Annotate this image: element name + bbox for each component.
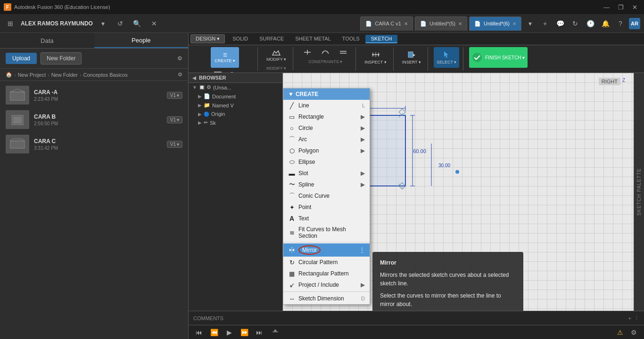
rect-tool-btn[interactable] — [211, 70, 224, 73]
history-icon[interactable]: 🕐 — [584, 17, 597, 30]
tab-close-1[interactable]: ✕ — [458, 21, 462, 26]
file-item-1[interactable]: CARA B 2:56:50 PM V1 ▾ — [0, 107, 188, 132]
design-mode-button[interactable]: DESIGN ▾ — [190, 34, 225, 43]
tab-label: Untitled*(5) — [429, 21, 455, 26]
inspect-button[interactable]: INSPECT ▾ — [362, 47, 389, 68]
constraints-group: CONSTRAINTS ▾ — [295, 47, 356, 71]
breadcrumb-current[interactable]: Conceptos Basicos — [83, 72, 128, 78]
tab-close-2[interactable]: ✕ — [512, 21, 516, 26]
comments-drag-icon[interactable]: ⋮ — [634, 315, 639, 321]
tab-untitled-6[interactable]: 📄 Untitled*(6) ✕ — [469, 16, 521, 31]
browser-row-3[interactable]: ▶ 🔵 Origin — [189, 110, 282, 118]
user-avatar[interactable]: AR — [629, 18, 640, 29]
menu-item-line[interactable]: ╱ Line L — [283, 100, 370, 111]
minimize-button[interactable]: — — [601, 3, 612, 12]
breadcrumb-folder[interactable]: New Folder — [51, 72, 78, 78]
spline-tool-btn[interactable] — [239, 70, 254, 73]
browser-collapse-btn[interactable]: ◀ — [192, 75, 196, 81]
browser-row-4[interactable]: ▶ ✏ Sk — [189, 118, 282, 127]
ribbon-tab-sheet-metal[interactable]: SHEET METAL — [289, 35, 336, 43]
menu-item-spline[interactable]: 〜 Spline ▶ — [283, 179, 370, 190]
tab-untitled-5[interactable]: 📄 Untitled*(5) ✕ — [415, 16, 467, 31]
axis-indicator: Z — [622, 78, 625, 83]
menu-item-fit-curves[interactable]: ≋ Fit Curves to Mesh Section — [283, 224, 370, 241]
ribbon-tab-tools[interactable]: TOOLS — [337, 35, 365, 43]
ribbon-tab-surface[interactable]: SURFACE — [254, 35, 289, 43]
bell-icon[interactable]: 🔔 — [599, 17, 612, 30]
comments-add-icon[interactable]: + — [628, 315, 631, 321]
close-panel-icon[interactable]: ✕ — [148, 17, 161, 30]
select-button[interactable]: SELECT ▾ — [434, 47, 459, 68]
sketch-dim-shortcut: D — [361, 296, 365, 301]
equal-btn[interactable] — [335, 47, 352, 57]
menu-item-polygon[interactable]: ⬡ Polygon ▶ — [283, 145, 370, 156]
timeline-next-btn[interactable]: ⏩ — [238, 326, 251, 339]
browser-row-0[interactable]: ▼ 🔲 ⚙ (Unsa... — [189, 83, 282, 92]
menu-item-slot[interactable]: ▬ Slot ▶ — [283, 168, 370, 179]
menu-item-sketch-dimension[interactable]: ↔ Sketch Dimension D — [283, 293, 370, 304]
timeline-prev-btn[interactable]: ⏪ — [207, 326, 221, 339]
svg-text:60.00: 60.00 — [413, 148, 426, 154]
menu-item-point[interactable]: ✦ Point — [283, 202, 370, 213]
titlebar-controls: — ❐ ✕ — [601, 3, 640, 12]
ribbon-tab-solid[interactable]: SOLID — [227, 35, 254, 43]
tab-close-0[interactable]: ✕ — [404, 21, 408, 26]
menu-item-rectangle[interactable]: ▭ Rectangle ▶ — [283, 111, 370, 122]
refresh-icon[interactable]: ↺ — [114, 17, 127, 30]
menu-item-rectangular-pattern[interactable]: ▦ Rectangular Pattern — [283, 268, 370, 279]
close-button[interactable]: ✕ — [629, 3, 640, 12]
create-row: ☰ CREATE ▾ — [211, 47, 239, 68]
menu-item-mirror[interactable]: Mirror ⋮ — [283, 243, 370, 257]
breadcrumb-settings-icon[interactable]: ⚙ — [178, 72, 182, 78]
grid-icon[interactable]: ⊞ — [4, 17, 17, 30]
file-item-2[interactable]: CARA C 3:31:42 PM V1 ▾ — [0, 132, 188, 156]
menu-item-circular-pattern[interactable]: ↻ Circular Pattern — [283, 257, 370, 268]
insert-button[interactable]: INSERT ▾ — [399, 47, 424, 68]
menu-item-conic[interactable]: ⌒ Conic Curve — [283, 190, 370, 202]
tab-data[interactable]: Data — [0, 33, 94, 48]
tab-cara-c-v1[interactable]: 📄 CARA C v1 ✕ — [360, 16, 413, 31]
ribbon-tab-sketch[interactable]: SKETCH — [365, 35, 398, 43]
timeline-settings-icon[interactable]: ⚙ — [627, 326, 640, 339]
sketch-palette[interactable]: SKETCH PALETTE — [634, 73, 644, 311]
breadcrumb-project[interactable]: New Project — [18, 72, 46, 78]
account-dropdown-icon[interactable]: ▾ — [97, 17, 110, 30]
timeline-play-btn[interactable]: ▶ — [223, 326, 236, 339]
help-icon[interactable]: ? — [614, 17, 627, 30]
menu-item-project-include[interactable]: ↙ Project / Include ▶ — [283, 279, 370, 291]
settings-icon[interactable]: ⚙ — [177, 55, 182, 62]
upload-button[interactable]: Upload — [6, 53, 37, 64]
finish-sketch-button[interactable]: FINISH SKETCH ▾ — [469, 47, 528, 68]
add-tab-button[interactable]: + — [538, 17, 552, 30]
version-badge-1[interactable]: V1 ▾ — [167, 116, 182, 123]
trim-btn[interactable] — [299, 47, 316, 57]
menu-item-circle[interactable]: ○ Circle ▶ — [283, 122, 370, 134]
menu-item-arc[interactable]: ⌒ Arc ▶ — [283, 134, 370, 145]
create-button[interactable]: ☰ CREATE ▾ — [211, 47, 239, 68]
browser-row-1[interactable]: ▶ 📄 Document — [189, 92, 282, 101]
modify-button[interactable]: MODIFY ▾ — [264, 47, 289, 64]
timeline-end-btn[interactable]: ⏭ — [253, 326, 266, 339]
menu-item-ellipse[interactable]: ⬭ Ellipse — [283, 156, 370, 168]
maximize-button[interactable]: ❐ — [615, 3, 627, 12]
extend-btn[interactable] — [317, 47, 334, 57]
circle-tool-btn[interactable] — [225, 70, 239, 73]
file-name-0: CARA -A — [34, 89, 162, 96]
version-badge-2[interactable]: V1 ▾ — [167, 141, 182, 148]
sync-icon[interactable]: ↻ — [569, 17, 582, 30]
svg-text:30.00: 30.00 — [438, 163, 450, 168]
canvas-area[interactable]: RIGHT Z ◀ BROWSER ▼ 🔲 ⚙ (Unsa... — [189, 73, 644, 311]
comment-icon[interactable]: 💬 — [553, 17, 567, 30]
timeline-start-btn[interactable]: ⏮ — [192, 326, 206, 339]
arc-tool-btn[interactable] — [196, 70, 210, 73]
left-panel: Data People Upload New Folder ⚙ 🏠 › New … — [0, 33, 189, 339]
new-folder-button[interactable]: New Folder — [41, 52, 82, 65]
file-item-0[interactable]: CARA -A 2:23:43 PM V1 ▾ — [0, 83, 188, 107]
breadcrumb-home[interactable]: 🏠 — [6, 72, 12, 78]
version-badge-0[interactable]: V1 ▾ — [167, 92, 182, 99]
tab-overflow-icon[interactable]: ▾ — [523, 17, 537, 30]
tab-people[interactable]: People — [94, 33, 189, 48]
search-icon[interactable]: 🔍 — [131, 17, 144, 30]
menu-item-text[interactable]: A Text — [283, 213, 370, 224]
browser-row-2[interactable]: ▶ 📁 Named V — [189, 101, 282, 110]
